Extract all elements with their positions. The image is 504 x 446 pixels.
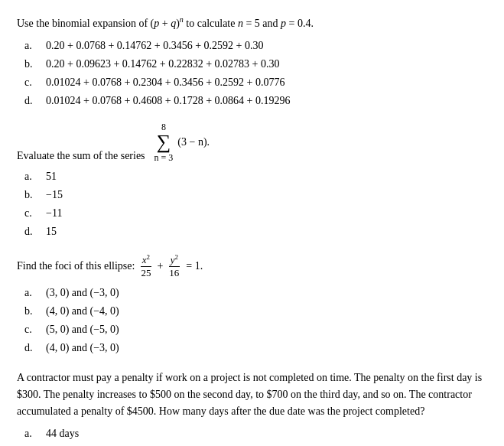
question-1: Use the binomial expansion of (p + q)n t…: [17, 14, 487, 109]
q4-text: A contractor must pay a penalty if work …: [17, 369, 487, 419]
q2-letter-b: b.: [24, 187, 38, 203]
q2-text-c: −11: [46, 205, 62, 221]
q2-option-b: b. −15: [24, 187, 487, 203]
q3-equals: = 1.: [186, 258, 203, 274]
q1-letter-d: d.: [24, 93, 38, 109]
q3-text-a: (3, 0) and (−3, 0): [46, 285, 119, 301]
q1-options: a. 0.20 + 0.0768 + 0.14762 + 0.3456 + 0.…: [24, 37, 487, 109]
q3-letter-b: b.: [24, 303, 38, 319]
q1-option-d: d. 0.01024 + 0.0768 + 0.4608 + 0.1728 + …: [24, 93, 487, 109]
q2-letter-a: a.: [24, 168, 38, 184]
question-2: Evaluate the sum of the series 8 ∑ n = 3…: [17, 122, 487, 239]
q3-option-b: b. (4, 0) and (−4, 0): [24, 303, 487, 319]
q4-options: a. 44 days b. 22 days c. 11 days d. 21 d…: [24, 425, 487, 446]
q1-option-a: a. 0.20 + 0.0768 + 0.14762 + 0.3456 + 0.…: [24, 37, 487, 54]
q3-option-a: a. (3, 0) and (−3, 0): [24, 285, 487, 301]
q3-letter-d: d.: [24, 340, 38, 356]
q3-text-b: (4, 0) and (−4, 0): [46, 303, 119, 319]
sigma-symbol: 8 ∑ n = 3: [154, 122, 174, 162]
q3-frac2-top: y2: [169, 253, 180, 267]
q3-frac1: x2 25: [139, 253, 152, 279]
q1-option-b: b. 0.20 + 0.09623 + 0.14762 + 0.22832 + …: [24, 56, 487, 72]
q1-text: Use the binomial expansion of (p + q)n t…: [17, 14, 487, 31]
q4-letter-a: a.: [24, 425, 38, 441]
q1-letter-a: a.: [24, 37, 38, 54]
q1-text-a: 0.20 + 0.0768 + 0.14762 + 0.3456 + 0.259…: [46, 37, 263, 54]
q1-text-c: 0.01024 + 0.0768 + 0.2304 + 0.3456 + 0.2…: [46, 74, 285, 90]
q3-letter-a: a.: [24, 285, 38, 301]
q2-text-a: 51: [46, 168, 57, 184]
q1-letter-b: b.: [24, 56, 38, 72]
q2-text-b: −15: [46, 187, 63, 203]
sigma-upper: 8: [161, 122, 166, 132]
q3-option-d: d. (4, 0) and (−3, 0): [24, 340, 487, 356]
q3-text-c: (5, 0) and (−5, 0): [46, 321, 119, 337]
q2-prefix: Evaluate the sum of the series: [17, 150, 145, 162]
q2-option-d: d. 15: [24, 223, 487, 239]
q2-letter-d: d.: [24, 223, 38, 239]
q2-text-d: 15: [46, 223, 57, 239]
q4-text-a: 44 days: [46, 425, 79, 441]
q2-letter-c: c.: [24, 205, 38, 221]
q2-text: Evaluate the sum of the series 8 ∑ n = 3…: [17, 122, 487, 162]
q1-option-c: c. 0.01024 + 0.0768 + 0.2304 + 0.3456 + …: [24, 74, 487, 90]
q3-frac2: y2 16: [167, 253, 180, 279]
q2-series-expr: (3 − n).: [177, 136, 210, 148]
q2-options: a. 51 b. −15 c. −11 d. 15: [24, 168, 487, 239]
q2-option-a: a. 51: [24, 168, 487, 184]
q2-option-c: c. −11: [24, 205, 487, 221]
sigma-glyph: ∑: [157, 132, 171, 152]
q1-text-d: 0.01024 + 0.0768 + 0.4608 + 0.1728 + 0.0…: [46, 93, 290, 109]
question-3: Find the foci of this ellipse: x2 25 + y…: [17, 253, 487, 356]
q3-text: Find the foci of this ellipse: x2 25 + y…: [17, 253, 487, 279]
q3-plus: +: [157, 258, 163, 274]
q3-equation: x2 25 + y2 16 = 1.: [138, 253, 203, 279]
q3-text-d: (4, 0) and (−3, 0): [46, 340, 119, 356]
q3-option-c: c. (5, 0) and (−5, 0): [24, 321, 487, 337]
q3-options: a. (3, 0) and (−3, 0) b. (4, 0) and (−4,…: [24, 285, 487, 356]
q1-letter-c: c.: [24, 74, 38, 90]
question-4: A contractor must pay a penalty if work …: [17, 369, 487, 446]
q3-letter-c: c.: [24, 321, 38, 337]
q3-frac1-top: x2: [141, 253, 151, 267]
q4-option-a: a. 44 days: [24, 425, 487, 441]
q3-prefix: Find the foci of this ellipse:: [17, 258, 135, 274]
q3-frac1-bottom: 25: [139, 267, 152, 279]
q3-frac2-bottom: 16: [167, 267, 180, 279]
sigma-lower: n = 3: [154, 153, 174, 162]
q1-text-b: 0.20 + 0.09623 + 0.14762 + 0.22832 + 0.0…: [46, 56, 279, 72]
